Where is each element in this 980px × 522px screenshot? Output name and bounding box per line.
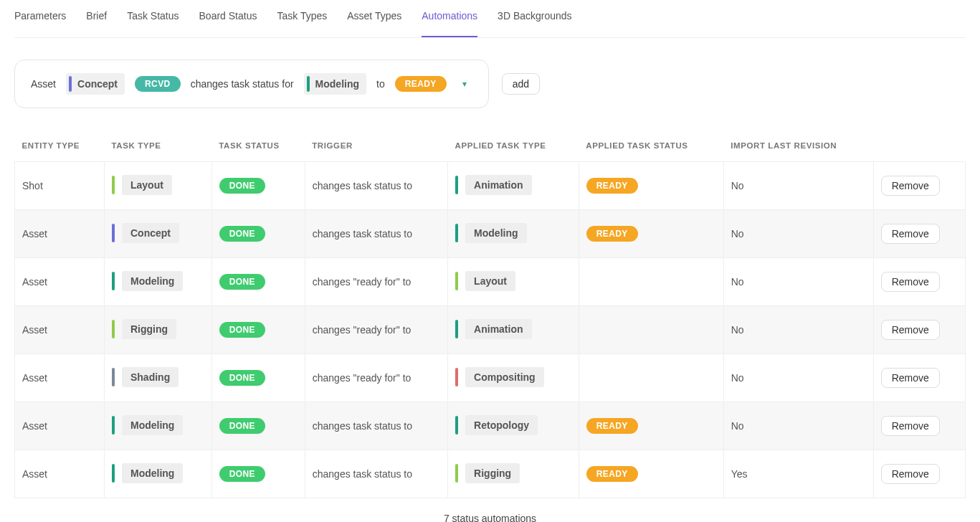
applied-task-status-badge: READY bbox=[586, 226, 638, 242]
table-row: ShotLayoutDONEchanges task status toAnim… bbox=[15, 162, 966, 210]
cell-task-status: DONE bbox=[211, 210, 305, 258]
applied-task-status-badge: READY bbox=[586, 418, 638, 434]
task-status-badge: DONE bbox=[219, 322, 265, 338]
cell-remove: Remove bbox=[873, 450, 965, 498]
cell-task-type: Modeling bbox=[104, 258, 211, 306]
automation-builder: Asset Concept RCVD changes task status f… bbox=[14, 60, 489, 108]
cell-applied-task-type: Layout bbox=[448, 258, 579, 306]
tab-task-types[interactable]: Task Types bbox=[277, 10, 327, 29]
applied-task-type-label: Compositing bbox=[465, 367, 544, 387]
cell-import-last: No bbox=[723, 402, 873, 450]
cell-import-last: No bbox=[723, 162, 873, 210]
task-status-badge: DONE bbox=[219, 418, 265, 434]
applied-task-type-color-bar bbox=[307, 76, 310, 92]
cell-entity: Asset bbox=[15, 258, 105, 306]
applied-task-type-label: Layout bbox=[465, 271, 515, 291]
tab-automations[interactable]: Automations bbox=[422, 10, 477, 37]
cell-entity: Asset bbox=[15, 450, 105, 498]
remove-button[interactable]: Remove bbox=[881, 368, 940, 388]
task-type-label: Modeling bbox=[122, 415, 183, 435]
task-type-label: Rigging bbox=[122, 319, 176, 339]
cell-entity: Asset bbox=[15, 354, 105, 402]
cell-entity: Asset bbox=[15, 402, 105, 450]
task-status-badge: DONE bbox=[219, 226, 265, 242]
footer-count: 7 status automations bbox=[14, 498, 966, 522]
builder-task-type-label: Concept bbox=[77, 78, 118, 90]
builder-task-status[interactable]: RCVD bbox=[135, 76, 181, 92]
applied-task-type-label: Animation bbox=[465, 175, 531, 195]
applied-task-type-color-bar bbox=[455, 272, 458, 290]
chevron-down-icon[interactable]: ▾ bbox=[457, 79, 472, 89]
applied-task-type-color-bar bbox=[455, 320, 458, 338]
task-type-color-bar bbox=[112, 320, 115, 338]
task-type-label: Layout bbox=[122, 175, 172, 195]
cell-trigger: changes task status to bbox=[305, 162, 447, 210]
automations-table: ENTITY TYPE TASK TYPE TASK STATUS TRIGGE… bbox=[14, 134, 966, 498]
remove-button[interactable]: Remove bbox=[881, 320, 940, 340]
task-status-badge: DONE bbox=[219, 466, 265, 482]
cell-applied-task-type: Animation bbox=[448, 306, 579, 354]
col-actions bbox=[873, 134, 965, 162]
tab-board-status[interactable]: Board Status bbox=[199, 10, 257, 29]
cell-applied-task-type: Modeling bbox=[448, 210, 579, 258]
col-entity: ENTITY TYPE bbox=[15, 134, 105, 162]
applied-task-type-color-bar bbox=[455, 464, 458, 483]
task-type-label: Shading bbox=[122, 367, 179, 387]
cell-applied-task-type: Compositing bbox=[448, 354, 579, 402]
cell-task-status: DONE bbox=[211, 354, 305, 402]
applied-task-type-label: Animation bbox=[465, 319, 531, 339]
cell-import-last: No bbox=[723, 210, 873, 258]
cell-applied-task-type: Animation bbox=[448, 162, 579, 210]
add-button[interactable]: add bbox=[502, 73, 540, 95]
tab-task-status[interactable]: Task Status bbox=[127, 10, 179, 29]
tab-brief[interactable]: Brief bbox=[86, 10, 107, 29]
cell-remove: Remove bbox=[873, 306, 965, 354]
tab-3d-backgrounds[interactable]: 3D Backgrounds bbox=[498, 10, 572, 29]
cell-import-last: No bbox=[723, 354, 873, 402]
col-applied-task-type: APPLIED TASK TYPE bbox=[448, 134, 579, 162]
cell-applied-task-type: Rigging bbox=[448, 450, 579, 498]
cell-task-status: DONE bbox=[211, 162, 305, 210]
applied-task-type-color-bar bbox=[455, 176, 458, 194]
cell-applied-task-status bbox=[579, 354, 723, 402]
tab-parameters[interactable]: Parameters bbox=[14, 10, 66, 29]
remove-button[interactable]: Remove bbox=[881, 224, 940, 244]
cell-trigger: changes "ready for" to bbox=[305, 258, 447, 306]
cell-task-type: Modeling bbox=[104, 450, 211, 498]
tab-asset-types[interactable]: Asset Types bbox=[347, 10, 401, 29]
cell-trigger: changes task status to bbox=[305, 210, 447, 258]
builder-applied-task-status[interactable]: READY bbox=[395, 76, 447, 92]
cell-import-last: No bbox=[723, 258, 873, 306]
applied-task-type-label: Rigging bbox=[465, 463, 520, 483]
cell-task-type: Rigging bbox=[104, 306, 211, 354]
applied-task-type-label: Modeling bbox=[465, 223, 526, 243]
automation-builder-row: Asset Concept RCVD changes task status f… bbox=[14, 60, 966, 108]
cell-trigger: changes task status to bbox=[305, 450, 447, 498]
cell-applied-task-status: READY bbox=[579, 210, 723, 258]
task-type-label: Modeling bbox=[122, 271, 183, 291]
cell-task-type: Modeling bbox=[104, 402, 211, 450]
task-type-color-bar bbox=[112, 176, 115, 194]
cell-entity: Asset bbox=[15, 210, 105, 258]
cell-task-type: Layout bbox=[104, 162, 211, 210]
applied-task-type-color-bar bbox=[455, 416, 458, 435]
col-import-last: IMPORT LAST REVISION bbox=[723, 134, 873, 162]
task-type-color-bar bbox=[112, 416, 115, 435]
remove-button[interactable]: Remove bbox=[881, 272, 940, 292]
col-task-type: TASK TYPE bbox=[104, 134, 211, 162]
builder-task-type[interactable]: Concept bbox=[66, 73, 125, 95]
tabs: ParametersBriefTask StatusBoard StatusTa… bbox=[14, 0, 966, 38]
builder-entity[interactable]: Asset bbox=[31, 78, 56, 90]
cell-remove: Remove bbox=[873, 354, 965, 402]
remove-button[interactable]: Remove bbox=[881, 464, 940, 484]
task-status-badge: DONE bbox=[219, 274, 265, 290]
builder-applied-task-type[interactable]: Modeling bbox=[304, 73, 366, 95]
task-type-color-bar bbox=[112, 224, 115, 242]
table-row: AssetModelingDONEchanges task status toR… bbox=[15, 450, 966, 498]
remove-button[interactable]: Remove bbox=[881, 176, 940, 196]
cell-applied-task-status bbox=[579, 258, 723, 306]
cell-applied-task-status: READY bbox=[579, 450, 723, 498]
remove-button[interactable]: Remove bbox=[881, 416, 940, 436]
builder-to-text: to bbox=[376, 78, 385, 90]
table-row: AssetShadingDONEchanges "ready for" toCo… bbox=[15, 354, 966, 402]
